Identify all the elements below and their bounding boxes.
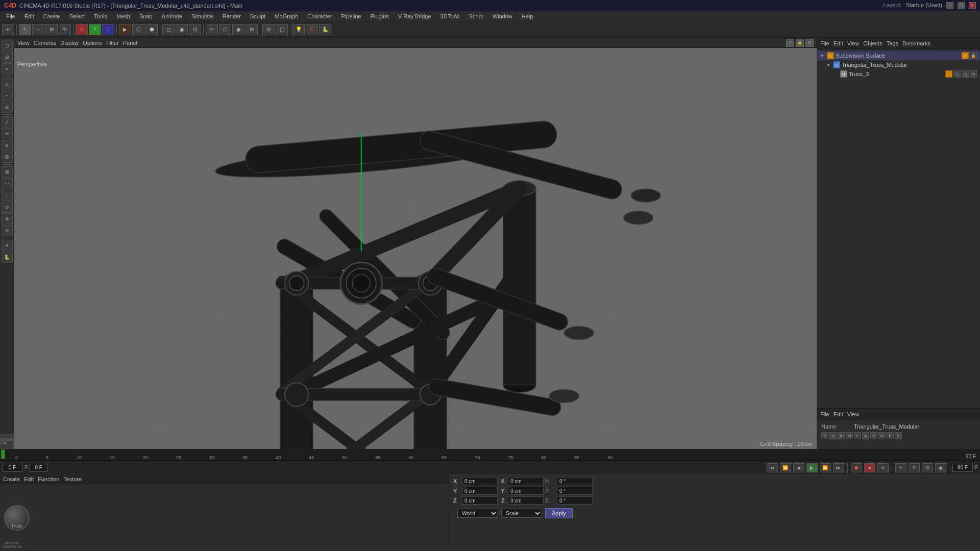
- om-view-menu[interactable]: View: [847, 40, 860, 46]
- go-start-btn[interactable]: ⏮: [767, 463, 778, 472]
- menu-mograph[interactable]: MoGraph: [271, 12, 302, 20]
- go-end-btn[interactable]: ⏭: [833, 463, 844, 472]
- menu-script[interactable]: Script: [465, 12, 487, 20]
- menu-snap[interactable]: Snap: [135, 12, 157, 20]
- attr-v-btn[interactable]: V: [829, 432, 837, 439]
- texture-tool[interactable]: ⬡: [219, 24, 231, 35]
- am-file-menu[interactable]: File: [820, 411, 829, 417]
- vp-filter-menu[interactable]: Filter: [106, 40, 118, 46]
- attr-g-btn[interactable]: G: [870, 432, 877, 439]
- undo-button[interactable]: ↩: [2, 24, 14, 35]
- attr-d-btn[interactable]: D: [878, 432, 886, 439]
- add-key-btn[interactable]: +: [895, 463, 906, 472]
- menu-sculpt[interactable]: Sculpt: [246, 12, 270, 20]
- om-edit-menu[interactable]: Edit: [834, 40, 843, 46]
- menu-mesh[interactable]: Mesh: [112, 12, 134, 20]
- menu-tools[interactable]: Tools: [90, 12, 111, 20]
- x-coord2-input[interactable]: [508, 477, 544, 485]
- object-mode-btn[interactable]: ◻: [162, 24, 175, 35]
- lt-tool2[interactable]: ✏: [2, 128, 13, 139]
- x-coord-input[interactable]: [462, 477, 498, 485]
- om-tags-menu[interactable]: Tags: [887, 40, 898, 46]
- render-view-btn[interactable]: ▶: [119, 24, 131, 35]
- rotate-tool[interactable]: ↻: [59, 24, 71, 35]
- om-file-menu[interactable]: File: [820, 40, 829, 46]
- attr-r-btn[interactable]: R: [838, 432, 845, 439]
- tree-checkmark-btn[interactable]: ✓: [962, 52, 969, 59]
- vp-options-menu[interactable]: Options: [83, 40, 102, 46]
- tree3-extra-btn[interactable]: ✕: [970, 70, 977, 78]
- world-mode-select[interactable]: World Object: [457, 509, 498, 518]
- lt-polygon[interactable]: △: [2, 78, 13, 89]
- lt-null[interactable]: ⊕: [2, 102, 13, 113]
- render-all-btn[interactable]: ⬢: [145, 24, 158, 35]
- mat-function-menu[interactable]: Function: [38, 476, 59, 482]
- lt-deform5[interactable]: ⊗: [2, 213, 13, 224]
- menu-simulate[interactable]: Simulate: [187, 12, 217, 20]
- attr-s-btn[interactable]: S: [821, 432, 828, 439]
- b-input[interactable]: [557, 496, 593, 505]
- python-btn[interactable]: 🐍: [319, 24, 331, 35]
- menu-plugins[interactable]: Plugins: [366, 12, 393, 20]
- tree-item-truss3[interactable]: M Truss_3 ◻ ◻ ✕: [817, 69, 980, 79]
- menu-animate[interactable]: Animate: [158, 12, 186, 20]
- menu-help[interactable]: Help: [518, 12, 537, 20]
- menu-vray[interactable]: V-Ray Bridge: [394, 12, 435, 20]
- lt-tool3[interactable]: $: [2, 140, 13, 151]
- fps-input[interactable]: [30, 464, 47, 472]
- vp-expand-icon[interactable]: ⤢: [786, 39, 794, 47]
- menu-select[interactable]: Select: [65, 12, 89, 20]
- lt-deform3[interactable]: ⋮: [2, 190, 13, 201]
- mat-create-menu[interactable]: Create: [3, 476, 20, 482]
- close-button[interactable]: ✕: [969, 2, 976, 9]
- display-btn[interactable]: ◫: [276, 24, 288, 35]
- lt-tool1[interactable]: ╱: [2, 116, 13, 128]
- attr-e-btn[interactable]: E: [887, 432, 894, 439]
- lt-deform4[interactable]: ⊘: [2, 202, 13, 213]
- del-key-btn[interactable]: P: [909, 463, 920, 472]
- menu-edit[interactable]: Edit: [20, 12, 38, 20]
- menu-character[interactable]: Character: [303, 12, 336, 20]
- move-tool[interactable]: ↔: [32, 24, 44, 35]
- vp-panel-menu[interactable]: Panel: [123, 40, 137, 46]
- timeline-opts-btn[interactable]: ⊞: [922, 463, 933, 472]
- attr-m-btn[interactable]: M: [846, 432, 853, 439]
- step-forward-btn[interactable]: ⏩: [820, 463, 831, 472]
- record-btn[interactable]: ⏺: [851, 463, 862, 472]
- z-axis-btn[interactable]: Z: [102, 24, 114, 35]
- scale-tool[interactable]: ⊞: [45, 24, 58, 35]
- lt-mode2[interactable]: ⊞: [2, 52, 13, 63]
- am-edit-menu[interactable]: Edit: [834, 411, 843, 417]
- lt-mode1[interactable]: ◻: [2, 40, 13, 51]
- vp-lock-icon[interactable]: 🔒: [796, 39, 804, 47]
- tree-lock-btn[interactable]: 🔒: [970, 52, 977, 59]
- mat-edit-menu[interactable]: Edit: [24, 476, 34, 482]
- layout-value[interactable]: Startup (Used): [905, 2, 942, 9]
- lt-deform6[interactable]: ⊛: [2, 225, 13, 236]
- vp-display-menu[interactable]: Display: [60, 40, 79, 46]
- lt-deform1[interactable]: ⊠: [2, 166, 13, 178]
- z-coord-input[interactable]: [462, 496, 498, 505]
- om-bookmarks-menu[interactable]: Bookmarks: [902, 40, 930, 46]
- tree3-vis-btn[interactable]: ◻: [953, 70, 961, 78]
- play-back-btn[interactable]: ◀: [793, 463, 804, 472]
- y-axis-btn[interactable]: Y: [89, 24, 101, 35]
- vp-cameras-menu[interactable]: Cameras: [34, 40, 57, 46]
- menu-window[interactable]: Window: [488, 12, 517, 20]
- minimize-button[interactable]: ─: [946, 2, 953, 9]
- menu-pipeline[interactable]: Pipeline: [337, 12, 365, 20]
- vp-view-menu[interactable]: View: [17, 40, 30, 46]
- menu-render[interactable]: Render: [218, 12, 245, 20]
- tree-item-truss-modular[interactable]: ▼ G Triangular_Truss_Modular: [817, 60, 980, 69]
- lt-mode3[interactable]: ≡: [2, 63, 13, 74]
- cursor-tool[interactable]: ↖: [19, 24, 31, 35]
- polygon-mode-btn[interactable]: ▣: [176, 24, 188, 35]
- maximize-button[interactable]: □: [958, 2, 965, 9]
- material-preview-ball[interactable]: Truss: [4, 505, 30, 531]
- menu-create[interactable]: Create: [39, 12, 64, 20]
- vp-settings-icon[interactable]: ⚙: [805, 39, 814, 47]
- lt-deform2[interactable]: ⋯: [2, 178, 13, 189]
- p-input[interactable]: [557, 487, 593, 495]
- y-coord2-input[interactable]: [508, 487, 544, 495]
- material-tool[interactable]: ◉: [232, 24, 244, 35]
